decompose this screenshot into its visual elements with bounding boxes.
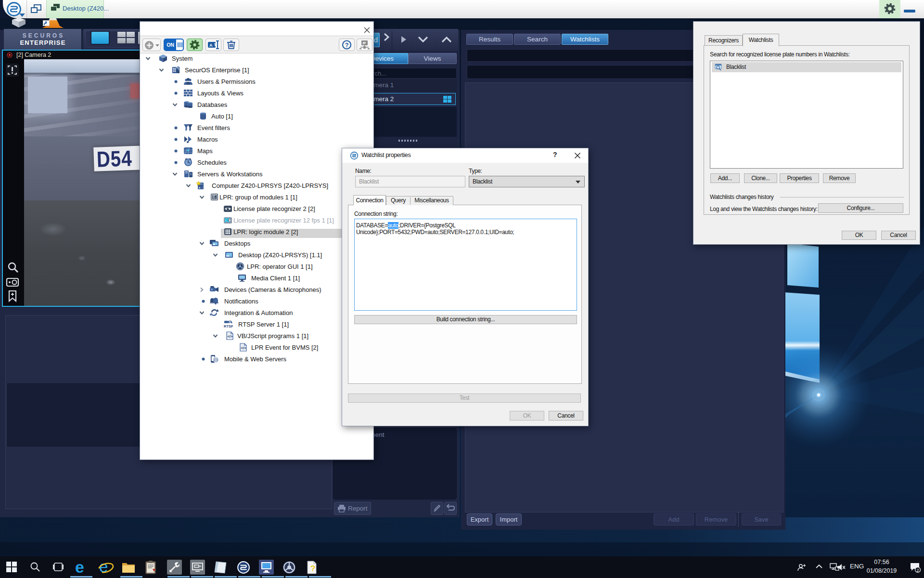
- svg-text:I: I: [214, 43, 216, 48]
- svg-text:IP: IP: [363, 41, 366, 45]
- svg-text:</>: </>: [227, 334, 233, 339]
- svg-text:2: 2: [917, 568, 919, 573]
- svg-text:RTSP: RTSP: [224, 324, 233, 328]
- svg-text:?: ?: [310, 564, 315, 573]
- svg-text:</>: </>: [241, 346, 246, 350]
- svg-text:?: ?: [345, 42, 348, 49]
- svg-text:A: A: [209, 43, 213, 48]
